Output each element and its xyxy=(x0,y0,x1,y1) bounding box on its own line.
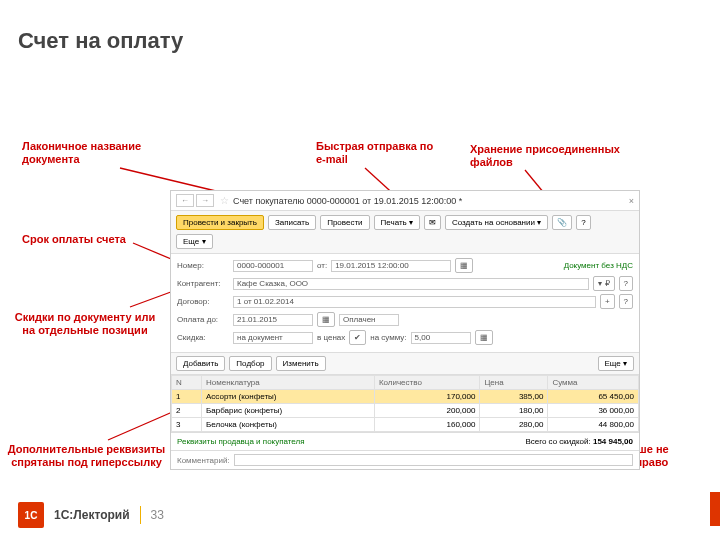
table-row[interactable]: 3 Белочка (конфеты) 160,000 280,00 44 80… xyxy=(172,418,639,432)
favorite-star-icon[interactable]: ☆ xyxy=(220,195,229,206)
comment-row: Комментарий: xyxy=(171,450,639,469)
cell-sum: 65 450,00 xyxy=(548,390,639,404)
contragent-help-icon[interactable]: ? xyxy=(619,276,633,291)
comment-label: Комментарий: xyxy=(177,456,230,465)
titlebar: ← → ☆ Счет покупателю 0000-000001 от 19.… xyxy=(171,191,639,211)
annot-discount: Скидки по документу или на отдельные поз… xyxy=(10,311,160,337)
logo-1c-icon: 1C xyxy=(18,502,44,528)
contragent-field[interactable]: Кафе Сказка, ООО xyxy=(233,278,589,290)
table-row[interactable]: 1 Ассорти (конфеты) 170,000 385,00 65 45… xyxy=(172,390,639,404)
cell-n: 2 xyxy=(172,404,202,418)
new-icon[interactable]: + xyxy=(600,294,615,309)
ot-label: от: xyxy=(317,261,327,270)
cell-name: Белочка (конфеты) xyxy=(202,418,375,432)
table-toolbar: Добавить Подбор Изменить Еще ▾ xyxy=(171,353,639,375)
cell-qty: 160,000 xyxy=(374,418,480,432)
skidka-label: Скидка: xyxy=(177,333,229,342)
help-icon[interactable]: ? xyxy=(576,215,590,230)
cell-price: 180,00 xyxy=(480,404,548,418)
cell-name: Барбарис (конфеты) xyxy=(202,404,375,418)
window-title: Счет покупателю 0000-000001 от 19.01.201… xyxy=(233,196,629,206)
app-window: ← → ☆ Счет покупателю 0000-000001 от 19.… xyxy=(170,190,640,470)
main-toolbar: Провести и закрыть Записать Провести Печ… xyxy=(171,211,639,254)
annot-extra: Дополнительные реквизиты спрятаны под ги… xyxy=(4,443,169,469)
total-label: Всего со скидкой: xyxy=(525,437,590,446)
cell-sum: 36 000,00 xyxy=(548,404,639,418)
cell-price: 280,00 xyxy=(480,418,548,432)
number-field[interactable]: 0000-000001 xyxy=(233,260,313,272)
print-button[interactable]: Печать ▾ xyxy=(374,215,420,230)
contragent-label: Контрагент: xyxy=(177,279,229,288)
table-footer: Реквизиты продавца и покупателя Всего со… xyxy=(171,432,639,450)
col-n: N xyxy=(172,376,202,390)
annot-due: Срок оплаты счета xyxy=(22,233,152,246)
cell-qty: 200,000 xyxy=(374,404,480,418)
comment-field[interactable] xyxy=(234,454,633,466)
oplata-label: Оплата до: xyxy=(177,315,229,324)
annot-email: Быстрая отправка по e-mail xyxy=(316,140,436,166)
goods-table: N Номенклатура Количество Цена Сумма 1 А… xyxy=(171,375,639,432)
post-and-close-button[interactable]: Провести и закрыть xyxy=(176,215,264,230)
brand-label: 1С:Лекторий xyxy=(54,508,130,522)
nav-back[interactable]: ← xyxy=(176,194,194,207)
page-number: 33 xyxy=(151,508,164,522)
status-field[interactable]: Оплачен xyxy=(339,314,399,326)
email-icon[interactable]: ✉ xyxy=(424,215,441,230)
table-row[interactable]: 2 Барбарис (конфеты) 200,000 180,00 36 0… xyxy=(172,404,639,418)
date-field[interactable]: 19.01.2015 12:00:00 xyxy=(331,260,451,272)
col-qty: Количество xyxy=(374,376,480,390)
edit-button[interactable]: Изменить xyxy=(276,356,326,371)
due-calendar-icon[interactable]: ▦ xyxy=(317,312,335,327)
number-label: Номер: xyxy=(177,261,229,270)
discount-type-field[interactable]: на документ xyxy=(233,332,313,344)
requisites-link[interactable]: Реквизиты продавца и покупателя xyxy=(177,437,305,446)
col-price: Цена xyxy=(480,376,548,390)
dogovor-label: Договор: xyxy=(177,297,229,306)
calendar-icon[interactable]: ▦ xyxy=(455,258,473,273)
footer-divider xyxy=(140,506,141,524)
create-based-button[interactable]: Создать на основании ▾ xyxy=(445,215,548,230)
nav-forward[interactable]: → xyxy=(196,194,214,207)
cell-sum: 44 800,00 xyxy=(548,418,639,432)
col-name: Номенклатура xyxy=(202,376,375,390)
cell-n: 3 xyxy=(172,418,202,432)
post-button[interactable]: Провести xyxy=(320,215,369,230)
contragent-pick-icon[interactable]: ▾ ₽ xyxy=(593,276,614,291)
cell-qty: 170,000 xyxy=(374,390,480,404)
slide-footer: 1C 1С:Лекторий 33 xyxy=(18,502,164,528)
slide-title: Счет на оплату xyxy=(18,28,183,54)
cell-n: 1 xyxy=(172,390,202,404)
save-button[interactable]: Записать xyxy=(268,215,316,230)
dogovor-help-icon[interactable]: ? xyxy=(619,294,633,309)
na-summu-label: на сумму: xyxy=(370,333,406,342)
due-date-field[interactable]: 21.01.2015 xyxy=(233,314,313,326)
side-accent xyxy=(710,492,720,526)
nav-buttons: ← → xyxy=(176,194,214,207)
col-sum: Сумма xyxy=(548,376,639,390)
discount-calc-icon[interactable]: ▦ xyxy=(475,330,493,345)
attachment-icon[interactable]: 📎 xyxy=(552,215,572,230)
no-vat-link[interactable]: Документ без НДС xyxy=(564,261,633,270)
add-row-button[interactable]: Добавить xyxy=(176,356,225,371)
discount-value-field[interactable]: 5,00 xyxy=(411,332,471,344)
more-button[interactable]: Еще ▾ xyxy=(176,234,213,249)
pick-button[interactable]: Подбор xyxy=(229,356,271,371)
table-more-button[interactable]: Еще ▾ xyxy=(598,356,635,371)
v-tsenakh-label: в ценах xyxy=(317,333,345,342)
form-area: Номер: 0000-000001 от: 19.01.2015 12:00:… xyxy=(171,254,639,353)
dogovor-field[interactable]: 1 от 01.02.2014 xyxy=(233,296,596,308)
annot-doc-name: Лаконичное название документа xyxy=(22,140,152,166)
discount-toggle-icon[interactable]: ✔ xyxy=(349,330,366,345)
cell-price: 385,00 xyxy=(480,390,548,404)
total-value: 154 945,00 xyxy=(593,437,633,446)
close-icon[interactable]: × xyxy=(629,196,634,206)
cell-name: Ассорти (конфеты) xyxy=(202,390,375,404)
annot-files: Хранение присоединенных файлов xyxy=(470,143,620,169)
